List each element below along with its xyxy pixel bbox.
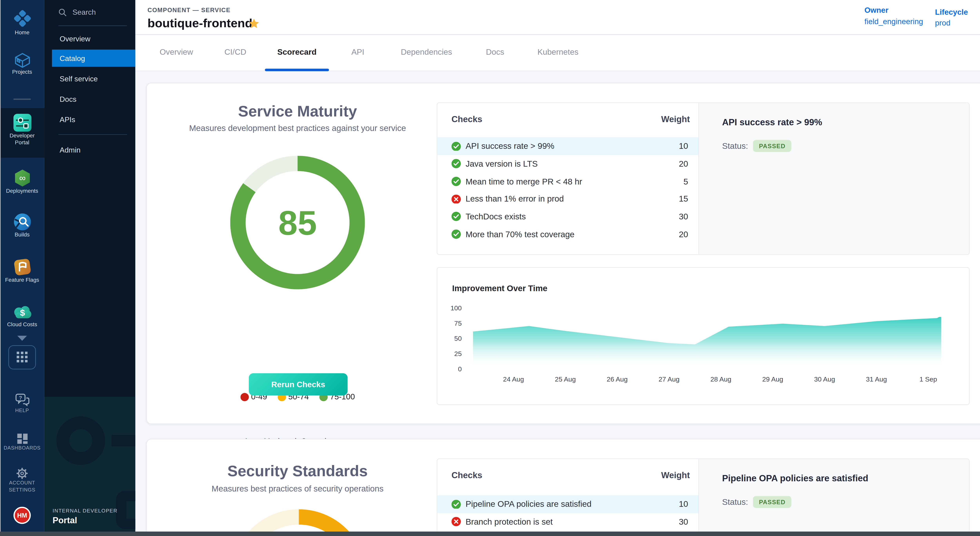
maturity-checks-panel: Checks Weight API success rate > 99% Sta… [437, 102, 970, 255]
portal-sidebar: Search Overview Catalog Self service Doc… [44, 0, 135, 536]
check-detail-status: Status: PASSED [722, 140, 791, 152]
sidebar-item-apis[interactable]: APIs [44, 111, 135, 128]
rail-label-feature-flags: Feature Flags [0, 277, 44, 284]
scorecard-content: Service Maturity Measures development be… [135, 71, 980, 536]
tab-scorecard[interactable]: Scorecard [277, 48, 317, 56]
checks-column-header: Checks [452, 115, 482, 124]
x-axis-tick-label: 26 Aug [607, 375, 628, 383]
lifecycle-value[interactable]: prod [935, 18, 968, 27]
sidebar-item-overview[interactable]: Overview [44, 30, 135, 47]
module-picker-button[interactable] [8, 345, 36, 369]
scorecard-subtitle: Measures development best practices agai… [147, 123, 448, 133]
check-fail-icon [452, 194, 461, 204]
x-axis-tick-label: 24 Aug [503, 375, 524, 383]
rail-label-account-1: ACCOUNT [0, 479, 44, 487]
rail-label-builds: Builds [0, 232, 44, 239]
tab-cicd[interactable]: CI/CD [224, 48, 246, 56]
sidebar-divider-2 [59, 134, 127, 135]
sidebar-item-docs[interactable]: Docs [44, 91, 135, 108]
rail-label-developer-portal-2: Portal [0, 139, 44, 146]
module-rail: Home Projects [0, 0, 44, 536]
builds-icon [13, 212, 32, 231]
check-row[interactable]: Branch protection is set30 [437, 513, 698, 531]
maturity-score-donut: 85 [230, 156, 365, 289]
main-area: COMPONENT — SERVICE boutique-frontend Ow… [135, 0, 980, 536]
check-row[interactable]: Java version is LTS20 [437, 155, 698, 173]
security-detail-status: Status: PASSED [722, 496, 791, 508]
check-pass-icon [452, 159, 461, 169]
x-axis-tick-label: 30 Aug [814, 375, 835, 383]
sidebar-footer-kicker: INTERNAL DEVELOPER [52, 508, 118, 514]
owner-link[interactable]: field_engineering [865, 17, 923, 26]
rail-item-builds[interactable]: Builds [0, 212, 44, 239]
check-detail-title: API success rate > 99% [722, 117, 822, 127]
check-row[interactable]: Mean time to merge PR < 48 hr5 [437, 173, 698, 190]
feature-flags-icon [13, 258, 32, 277]
tab-dependencies[interactable]: Dependencies [401, 48, 452, 56]
sidebar-divider-1 [59, 25, 127, 26]
owner-label[interactable]: Owner [865, 6, 923, 14]
check-row[interactable]: Less than 1% error in prod15 [437, 190, 698, 208]
projects-icon [13, 52, 31, 68]
home-icon [11, 8, 33, 29]
sidebar-search[interactable]: Search [59, 5, 129, 19]
weight-column-header: Weight [661, 471, 690, 480]
security-standards-card: Security Standards Measures best practic… [146, 439, 980, 536]
x-axis-tick-label: 1 Sep [920, 375, 937, 383]
check-fail-icon [452, 517, 461, 526]
check-pass-icon [452, 142, 461, 151]
lifecycle-label[interactable]: Lifecycle [935, 8, 968, 16]
security-checks-panel: Checks Weight Pipeline OPA policies are … [437, 458, 970, 536]
security-title: Security Standards [147, 462, 448, 480]
entity-header: COMPONENT — SERVICE boutique-frontend Ow… [135, 0, 980, 35]
weight-column-header: Weight [661, 115, 690, 124]
y-axis-tick-label: 100 [437, 304, 461, 312]
svg-text:?: ? [19, 395, 22, 401]
screenshot-root: Home Projects [0, 0, 980, 536]
gear-icon [16, 468, 28, 480]
x-axis-tick-label: 27 Aug [659, 375, 679, 383]
security-detail-title: Pipeline OPA policies are satisfied [722, 473, 868, 483]
deployments-icon: ∞ [13, 169, 32, 188]
rail-item-dashboards[interactable]: DASHBOARDS [0, 433, 44, 452]
tab-api[interactable]: API [352, 48, 364, 56]
check-row[interactable]: API success rate > 99%10 [437, 137, 698, 155]
check-pass-icon [452, 499, 461, 509]
rail-item-projects[interactable]: Projects [0, 52, 44, 76]
rail-item-account-settings[interactable]: ACCOUNT SETTINGS [0, 468, 44, 493]
tab-kubernetes[interactable]: Kubernetes [538, 48, 578, 56]
app-window: Home Projects [0, 0, 980, 536]
rail-item-deployments[interactable]: ∞ Deployments [0, 169, 44, 194]
legend-dot-red [240, 393, 248, 401]
check-row[interactable]: Pipeline OPA policies are satisfied10 [437, 495, 698, 513]
check-row[interactable]: More than 70% test coverage20 [437, 226, 698, 243]
tab-docs[interactable]: Docs [486, 48, 504, 56]
sidebar-item-admin[interactable]: Admin [44, 141, 135, 158]
rail-label-projects: Projects [0, 68, 44, 76]
chevron-down-icon[interactable] [17, 335, 28, 341]
bottom-window-strip [0, 531, 980, 536]
rail-item-developer-portal[interactable]: Developer Portal [0, 113, 44, 146]
sidebar-item-self-service[interactable]: Self service [44, 70, 135, 87]
rerun-checks-button[interactable]: Rerun Checks [249, 373, 347, 396]
tab-overview[interactable]: Overview [160, 48, 193, 56]
rail-item-help[interactable]: ? HELP [0, 393, 44, 414]
x-axis-tick-label: 29 Aug [762, 375, 783, 383]
y-axis-tick-label: 75 [437, 319, 461, 327]
user-avatar[interactable]: HM [14, 507, 31, 524]
checks-column-header: Checks [452, 471, 482, 480]
rail-item-home[interactable]: Home [0, 8, 44, 36]
rail-label-deployments: Deployments [0, 188, 44, 195]
rail-item-cloud-costs[interactable]: $ Cloud Costs [0, 303, 44, 328]
favorite-star-icon[interactable] [248, 18, 260, 29]
check-detail-panel: API success rate > 99% Status: PASSED [698, 103, 970, 254]
rail-label-developer-portal-1: Developer [0, 132, 44, 139]
sidebar-item-catalog[interactable]: Catalog [52, 49, 135, 67]
rail-item-feature-flags[interactable]: Feature Flags [0, 258, 44, 283]
check-pass-icon [452, 177, 461, 186]
rail-label-help: HELP [0, 407, 44, 414]
y-axis-tick-label: 0 [437, 365, 461, 373]
status-badge: PASSED [753, 496, 791, 508]
entity-kind: COMPONENT — SERVICE [148, 6, 231, 13]
check-row[interactable]: TechDocs exists30 [437, 208, 698, 226]
